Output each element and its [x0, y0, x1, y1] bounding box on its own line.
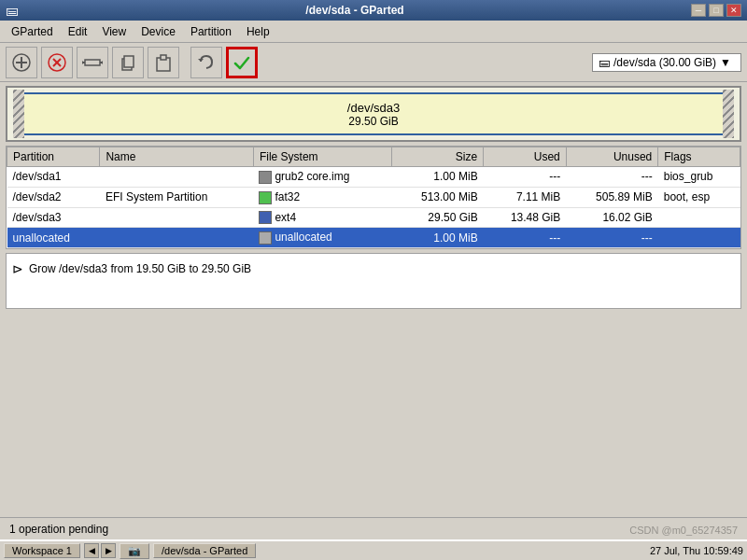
- workspace-next-button[interactable]: ▶: [101, 543, 116, 558]
- svg-marker-15: [198, 59, 204, 62]
- cell-used: 13.48 GiB: [484, 207, 567, 228]
- menubar: GPartedEditViewDevicePartitionHelp: [0, 21, 747, 43]
- resize-button[interactable]: [77, 47, 108, 78]
- col-unused: Unused: [566, 147, 658, 167]
- menu-item-gparted[interactable]: GParted: [4, 23, 61, 40]
- table-row[interactable]: unallocatedunallocated1.00 MiB------: [7, 228, 740, 248]
- fs-color-swatch: [259, 231, 272, 245]
- delete-partition-button[interactable]: [41, 47, 73, 78]
- cell-used: 7.11 MiB: [484, 187, 567, 207]
- cell-size: 513.00 MiB: [391, 187, 484, 207]
- app-taskbar-label: /dev/sda - GParted: [162, 545, 247, 556]
- cell-size: 1.00 MiB: [391, 228, 484, 248]
- col-flags: Flags: [658, 147, 740, 167]
- menu-item-edit[interactable]: Edit: [61, 23, 95, 40]
- table-row[interactable]: /dev/sda1grub2 core.img1.00 MiB------bio…: [7, 167, 740, 188]
- disk-visual-inner: /dev/sda3 29.50 GiB: [17, 92, 730, 135]
- col-used: Used: [484, 147, 567, 167]
- disk-size-label: 29.50 GiB: [348, 115, 398, 128]
- taskbar-datetime: 27 Jul, Thu 10:59:49: [650, 545, 743, 556]
- cell-unused: 16.02 GiB: [566, 207, 658, 228]
- partition-list: Partition Name File System Size Used Unu…: [7, 147, 740, 248]
- cell-name: [100, 167, 253, 188]
- cell-partition: /dev/sda1: [7, 167, 100, 188]
- operations-panel: ⊳Grow /dev/sda3 from 19.50 GiB to 29.50 …: [6, 253, 741, 309]
- disk-partition-label: /dev/sda3: [347, 101, 400, 115]
- undo-button[interactable]: [190, 47, 222, 78]
- operation-item: ⊳Grow /dev/sda3 from 19.50 GiB to 29.50 …: [12, 259, 735, 278]
- table-row[interactable]: /dev/sda3ext429.50 GiB13.48 GiB16.02 GiB: [7, 207, 740, 228]
- cell-used: ---: [484, 167, 567, 188]
- watermark: CSDN @m0_65274357: [629, 525, 738, 536]
- new-partition-button[interactable]: [6, 47, 37, 78]
- device-icon: 🖴: [599, 56, 610, 69]
- apply-button[interactable]: [226, 47, 258, 78]
- cell-partition: /dev/sda3: [7, 207, 100, 228]
- taskbar-clock: 27 Jul, Thu 10:59:49: [650, 545, 743, 556]
- toolbar: 🖴 /dev/sda (30.00 GiB) ▼: [0, 43, 747, 82]
- menu-item-view[interactable]: View: [94, 23, 134, 40]
- disk-stripe-right: [723, 90, 734, 138]
- cell-size: 29.50 GiB: [391, 207, 484, 228]
- cell-unused: ---: [566, 167, 658, 188]
- titlebar-controls: ─ □ ✕: [691, 4, 741, 17]
- partition-table: Partition Name File System Size Used Unu…: [6, 146, 741, 249]
- cell-filesystem: fat32: [253, 187, 391, 207]
- app-icon: 🖴: [6, 3, 19, 18]
- partition-tbody: /dev/sda1grub2 core.img1.00 MiB------bio…: [7, 167, 740, 248]
- svg-rect-12: [124, 56, 134, 67]
- cell-filesystem: ext4: [253, 207, 391, 228]
- col-partition: Partition: [7, 147, 100, 167]
- paste-button[interactable]: [148, 47, 179, 78]
- col-filesystem: File System: [253, 147, 391, 167]
- svg-rect-6: [85, 60, 100, 65]
- svg-marker-10: [102, 61, 103, 64]
- disk-visual: /dev/sda3 29.50 GiB: [6, 86, 741, 142]
- device-label: /dev/sda (30.00 GiB): [613, 56, 716, 69]
- table-header-row: Partition Name File System Size Used Unu…: [7, 147, 740, 167]
- workspace-label: Workspace 1: [12, 545, 72, 556]
- cell-partition: /dev/sda2: [7, 187, 100, 207]
- titlebar-title: /dev/sda - GParted: [19, 4, 691, 17]
- titlebar-left: 🖴: [6, 3, 19, 18]
- col-size: Size: [391, 147, 484, 167]
- cell-name: [100, 207, 253, 228]
- device-dropdown-icon: ▼: [720, 56, 731, 69]
- workspace-button[interactable]: Workspace 1: [4, 543, 80, 558]
- menu-item-device[interactable]: Device: [134, 23, 183, 40]
- cell-flags: [658, 228, 740, 248]
- copy-button[interactable]: [112, 47, 144, 78]
- menu-item-help[interactable]: Help: [239, 23, 277, 40]
- fs-color-swatch: [259, 191, 272, 204]
- screenshot-button[interactable]: 📷: [120, 543, 149, 559]
- cell-flags: boot, esp: [658, 187, 740, 207]
- app-taskbar-item[interactable]: /dev/sda - GParted: [153, 543, 256, 558]
- workspace-prev-button[interactable]: ◀: [84, 543, 99, 558]
- cell-flags: [658, 207, 740, 228]
- fs-color-swatch: [259, 211, 272, 224]
- col-name: Name: [100, 147, 253, 167]
- cell-unused: 505.89 MiB: [566, 187, 658, 207]
- svg-rect-14: [161, 55, 166, 60]
- fs-color-swatch: [259, 171, 272, 184]
- cell-unused: ---: [566, 228, 658, 248]
- cell-flags: bios_grub: [658, 167, 740, 188]
- cell-filesystem: unallocated: [253, 228, 391, 248]
- cell-filesystem: grub2 core.img: [253, 167, 391, 188]
- close-button[interactable]: ✕: [726, 4, 741, 17]
- disk-stripe-left: [13, 90, 24, 138]
- workspace-nav: ◀ ▶: [84, 543, 116, 558]
- taskbar: Workspace 1 ◀ ▶ 📷 /dev/sda - GParted 27 …: [0, 539, 747, 560]
- maximize-button[interactable]: □: [709, 4, 724, 17]
- menu-item-partition[interactable]: Partition: [183, 23, 239, 40]
- titlebar: 🖴 /dev/sda - GParted ─ □ ✕: [0, 0, 747, 21]
- svg-marker-8: [82, 61, 83, 64]
- minimize-button[interactable]: ─: [691, 4, 706, 17]
- cell-name: [100, 228, 253, 248]
- op-text: Grow /dev/sda3 from 19.50 GiB to 29.50 G…: [29, 262, 251, 275]
- cell-name: EFI System Partition: [100, 187, 253, 207]
- op-icon: ⊳: [12, 261, 23, 276]
- cell-size: 1.00 MiB: [391, 167, 484, 188]
- table-row[interactable]: /dev/sda2EFI System Partitionfat32513.00…: [7, 187, 740, 207]
- device-selector[interactable]: 🖴 /dev/sda (30.00 GiB) ▼: [592, 53, 741, 72]
